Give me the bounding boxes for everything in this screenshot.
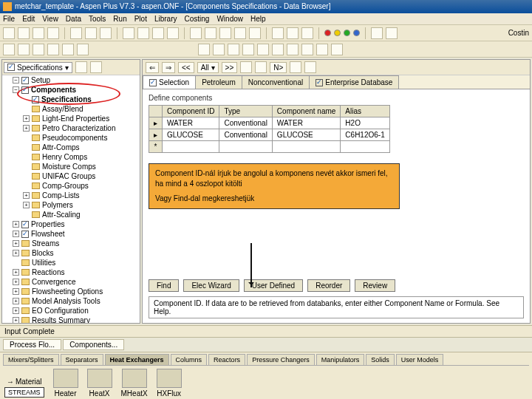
find-button[interactable]: Find xyxy=(149,279,179,292)
status-dot-yellow-icon[interactable] xyxy=(334,30,341,36)
tab-process-flowsheet[interactable]: Process Flo... xyxy=(3,339,61,350)
run-icon[interactable] xyxy=(123,27,134,39)
tree-item[interactable]: +Convergence xyxy=(13,277,140,287)
tool-icon[interactable] xyxy=(240,61,252,73)
costing-label[interactable]: Costin xyxy=(508,29,529,37)
tab-components[interactable]: Components... xyxy=(63,339,124,350)
tree-item[interactable]: +Streams xyxy=(13,239,140,248)
menu-plot[interactable]: Plot xyxy=(134,15,147,23)
tool-icon[interactable] xyxy=(272,27,284,39)
palette-tab[interactable]: Pressure Changers xyxy=(247,354,315,365)
tool-icon[interactable] xyxy=(190,27,202,39)
tree-item[interactable]: +Properties xyxy=(13,219,140,229)
tool-icon[interactable] xyxy=(234,27,246,39)
menu-bar[interactable]: File Edit View Data Tools Run Plot Libra… xyxy=(0,13,532,25)
tool-icon[interactable] xyxy=(331,44,343,55)
tree-item[interactable]: Assay/Blend xyxy=(23,104,140,114)
tree-item[interactable]: +Results Summary xyxy=(13,316,140,324)
tree-item[interactable]: +Blocks xyxy=(13,248,140,258)
tool-icon[interactable] xyxy=(287,44,299,55)
palette-item-hxflux[interactable]: HXFlux xyxy=(157,369,182,398)
tool-icon[interactable] xyxy=(205,27,216,39)
tool-icon[interactable] xyxy=(257,44,269,55)
step-icon[interactable] xyxy=(152,27,164,39)
tool-icon[interactable] xyxy=(386,27,398,39)
tool-icon[interactable] xyxy=(228,44,239,55)
tree-item[interactable]: +Flowsheeting Options xyxy=(13,287,140,296)
tool-icon[interactable] xyxy=(290,61,301,73)
cut-icon[interactable] xyxy=(70,27,82,39)
menu-tools[interactable]: Tools xyxy=(89,15,106,23)
palette-item-heater[interactable]: Heater xyxy=(53,369,78,398)
tool-icon[interactable] xyxy=(219,27,231,39)
tool-icon[interactable] xyxy=(304,61,316,73)
save-icon[interactable] xyxy=(33,27,44,39)
back-button[interactable]: ⇐ xyxy=(146,62,159,73)
copy-icon[interactable] xyxy=(85,27,97,39)
tree-item[interactable]: +Flowsheet xyxy=(13,229,140,239)
elec-wizard-button[interactable]: Elec Wizard xyxy=(183,279,239,292)
review-button[interactable]: Review xyxy=(355,279,395,292)
col-header[interactable]: Alias xyxy=(341,106,389,117)
tree-item[interactable]: +Petro Characterization xyxy=(23,123,140,133)
tool-icon[interactable] xyxy=(255,61,267,73)
status-dot-red-icon[interactable] xyxy=(324,30,331,36)
menu-file[interactable]: File xyxy=(3,15,15,23)
tree-item[interactable]: +Model Analysis Tools xyxy=(13,296,140,306)
palette-tab[interactable]: Mixers/Splitters xyxy=(3,354,59,365)
tool-icon[interactable] xyxy=(77,44,89,55)
prev-button[interactable]: << xyxy=(178,62,194,73)
tree-item-specifications[interactable]: Specifications xyxy=(23,95,140,104)
menu-edit[interactable]: Edit xyxy=(22,15,35,23)
tree-item[interactable]: +Light-End Properties xyxy=(23,114,140,123)
tool-icon[interactable] xyxy=(371,27,383,39)
tree-item[interactable]: Comp-Groups xyxy=(23,181,140,191)
menu-library[interactable]: Library xyxy=(154,15,177,23)
menu-run[interactable]: Run xyxy=(113,15,126,23)
next-icon[interactable] xyxy=(137,27,149,39)
tree-item[interactable]: Henry Comps xyxy=(23,152,140,162)
table-row[interactable]: * xyxy=(149,141,390,153)
menu-window[interactable]: Window xyxy=(216,15,243,23)
tool-icon[interactable] xyxy=(316,44,328,55)
tool-icon[interactable] xyxy=(62,44,74,55)
paste-icon[interactable] xyxy=(100,27,112,39)
go-button[interactable]: N> xyxy=(270,62,287,73)
tool-icon[interactable] xyxy=(18,44,30,55)
filter-select[interactable]: All ▾ xyxy=(197,62,219,73)
tree-item[interactable]: UNIFAC Groups xyxy=(23,171,140,181)
tree-item[interactable]: Moisture Comps xyxy=(23,162,140,171)
components-table[interactable]: Component ID Type Component name Alias ▸… xyxy=(149,105,390,153)
tree-item[interactable]: −Components xyxy=(13,85,140,95)
tree-item[interactable]: +EO Configuration xyxy=(13,306,140,316)
tree-item[interactable]: Pseudocomponents xyxy=(23,133,140,143)
flowsheet-icon[interactable] xyxy=(3,44,15,55)
status-dot-blue-icon[interactable] xyxy=(353,30,360,36)
reorder-button[interactable]: Reorder xyxy=(307,279,350,292)
col-header[interactable]: Component name xyxy=(272,106,341,117)
palette-item-heatx[interactable]: HeatX xyxy=(87,369,112,398)
tool-icon[interactable] xyxy=(272,44,284,55)
tree-tool-icon[interactable] xyxy=(90,61,102,73)
tool-icon[interactable] xyxy=(33,44,44,55)
palette-tab[interactable]: Manipulators xyxy=(316,354,365,365)
next-button[interactable]: >> xyxy=(222,62,238,73)
tab-nonconventional[interactable]: Nonconventional xyxy=(242,75,310,89)
menu-data[interactable]: Data xyxy=(66,15,81,23)
tree-item[interactable]: Attr-Scaling xyxy=(23,210,140,219)
print-icon[interactable] xyxy=(47,27,59,39)
tab-petroleum[interactable]: Petroleum xyxy=(195,75,242,89)
palette-tab[interactable]: Solids xyxy=(366,354,395,365)
stop-icon[interactable] xyxy=(167,27,179,39)
tab-database[interactable]: Enterprise Database xyxy=(309,75,399,89)
tree-tool-icon[interactable] xyxy=(75,61,87,73)
tree-item[interactable]: +Comp-Lists xyxy=(23,191,140,200)
tree-item[interactable]: +Reactions xyxy=(13,267,140,277)
palette-item-mheatx[interactable]: MHeatX xyxy=(121,369,148,398)
palette-tab[interactable]: Columns xyxy=(171,354,208,365)
table-row[interactable]: ▸ GLUCOSEConventionalGLUCOSEC6H12O6-1 xyxy=(149,129,390,141)
tree-item[interactable]: Attr-Comps xyxy=(23,143,140,152)
table-row[interactable]: ▸ WATERConventionalWATERH2O xyxy=(149,117,390,129)
palette-tab[interactable]: Separators xyxy=(61,354,103,365)
tool-icon[interactable] xyxy=(249,27,261,39)
